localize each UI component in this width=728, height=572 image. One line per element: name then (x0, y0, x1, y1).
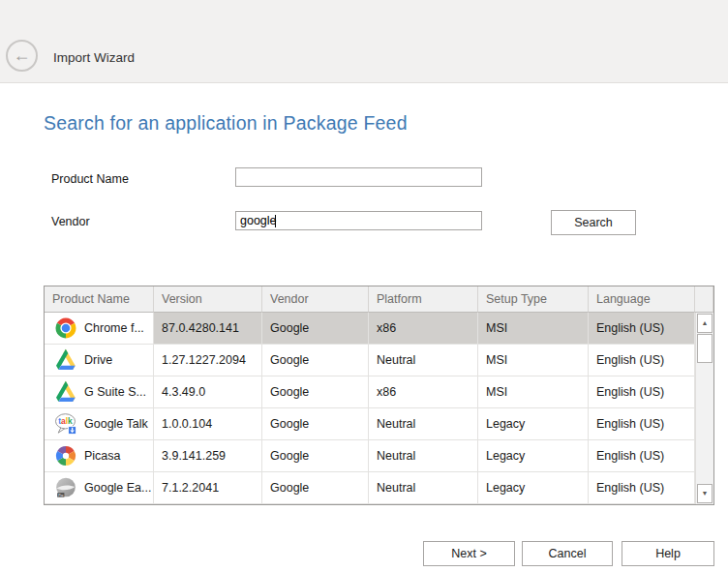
cell-language[interactable]: English (US) (589, 472, 695, 504)
wizard-title: Import Wizard (53, 50, 135, 65)
search-button[interactable]: Search (551, 210, 636, 235)
table-row[interactable]: G Suite S... 4.3.49.0 Google x86 MSI Eng… (45, 376, 713, 408)
scrollbar-thumb[interactable] (697, 334, 713, 363)
cell-setup-type[interactable]: MSI (478, 376, 589, 408)
scroll-down-icon[interactable]: ▼ (697, 484, 713, 503)
cell-platform[interactable]: Neutral (369, 345, 478, 376)
text-caret (275, 215, 276, 227)
cell-vendor[interactable]: Google (262, 440, 369, 472)
cell-language[interactable]: English (US) (589, 408, 695, 440)
table-row[interactable]: Drive 1.27.1227.2094 Google Neutral MSI … (45, 345, 713, 376)
cell-vendor[interactable]: Google (262, 472, 369, 504)
product-name-input[interactable] (235, 167, 482, 187)
product-name-text: Drive (84, 353, 112, 367)
column-header-language[interactable]: Language (589, 286, 695, 313)
google-drive-icon (54, 348, 77, 372)
vendor-input[interactable] (235, 211, 482, 230)
cell-setup-type[interactable]: MSI (478, 345, 589, 376)
svg-text:Pro: Pro (58, 494, 63, 497)
cell-version[interactable]: 3.9.141.259 (154, 440, 262, 472)
cell-product-name[interactable]: Pro Google Ea... (45, 472, 154, 504)
cell-vendor[interactable]: Google (262, 313, 369, 345)
vertical-scrollbar[interactable]: ▲ ▼ (695, 313, 713, 504)
table-row[interactable]: Chrome f... 87.0.4280.141 Google x86 MSI… (45, 313, 713, 345)
wizard-header-band: ← Import Wizard (0, 0, 728, 83)
cell-version[interactable]: 7.1.2.2041 (154, 472, 262, 504)
product-name-label: Product Name (51, 172, 129, 186)
column-header-spacer (695, 286, 713, 313)
cell-product-name[interactable]: Picasa (45, 440, 154, 472)
page-title: Search for an application in Package Fee… (44, 112, 408, 135)
cell-product-name[interactable]: G Suite S... (45, 376, 154, 408)
column-header-setup-type[interactable]: Setup Type (478, 286, 589, 313)
table-header-row: Product Name Version Vendor Platform Set… (45, 286, 713, 313)
cell-language[interactable]: English (US) (589, 440, 695, 472)
google-drive-icon (54, 380, 77, 404)
cell-product-name[interactable]: talk Google Talk (45, 408, 154, 440)
scroll-up-icon[interactable]: ▲ (697, 314, 713, 333)
cell-platform[interactable]: x86 (369, 313, 478, 345)
cell-language[interactable]: English (US) (589, 376, 695, 408)
cell-setup-type[interactable]: Legacy (478, 440, 589, 472)
google-talk-icon: talk (54, 412, 77, 436)
next-button[interactable]: Next > (423, 541, 515, 566)
cell-product-name[interactable]: Chrome f... (45, 313, 154, 345)
cell-vendor[interactable]: Google (262, 408, 369, 440)
cancel-button[interactable]: Cancel (522, 541, 613, 566)
vendor-label: Vendor (51, 215, 90, 228)
picasa-icon (54, 444, 77, 467)
cell-version[interactable]: 1.0.0.104 (154, 408, 262, 440)
svg-text:talk: talk (58, 416, 73, 426)
cell-platform[interactable]: Neutral (369, 472, 478, 504)
column-header-version[interactable]: Version (154, 286, 262, 313)
cell-setup-type[interactable]: MSI (478, 313, 589, 345)
back-button[interactable]: ← (6, 40, 38, 72)
cell-platform[interactable]: x86 (369, 376, 478, 408)
cell-setup-type[interactable]: Legacy (478, 472, 589, 504)
product-name-text: Google Ea... (84, 481, 152, 495)
cell-version[interactable]: 1.27.1227.2094 (154, 345, 262, 376)
cell-language[interactable]: English (US) (589, 345, 695, 376)
cell-vendor[interactable]: Google (262, 345, 369, 376)
product-name-text: Chrome f... (84, 321, 144, 335)
cell-platform[interactable]: Neutral (369, 440, 478, 472)
product-name-text: G Suite S... (84, 385, 146, 399)
help-button[interactable]: Help (622, 541, 714, 566)
cell-language[interactable]: English (US) (589, 313, 695, 345)
column-header-platform[interactable]: Platform (369, 286, 478, 313)
cell-version[interactable]: 87.0.4280.141 (154, 313, 262, 345)
google-earth-icon: Pro (54, 476, 77, 499)
product-name-text: Google Talk (84, 417, 148, 431)
column-header-vendor[interactable]: Vendor (262, 286, 369, 313)
product-name-text: Picasa (84, 449, 121, 463)
cell-vendor[interactable]: Google (262, 376, 369, 408)
cell-platform[interactable]: Neutral (369, 408, 478, 440)
back-arrow-icon: ← (14, 45, 31, 65)
chrome-icon (54, 316, 77, 340)
column-header-product-name[interactable]: Product Name (45, 286, 154, 313)
cell-product-name[interactable]: Drive (45, 345, 154, 376)
cell-version[interactable]: 4.3.49.0 (154, 376, 262, 408)
results-table: Product Name Version Vendor Platform Set… (44, 286, 714, 505)
table-row[interactable]: Picasa 3.9.141.259 Google Neutral Legacy… (45, 440, 713, 472)
table-row[interactable]: talk Google Talk 1.0.0.104 Google Neutra… (45, 408, 713, 440)
table-row[interactable]: Pro Google Ea... 7.1.2.2041 Google Neutr… (45, 472, 713, 504)
cell-setup-type[interactable]: Legacy (478, 408, 589, 440)
